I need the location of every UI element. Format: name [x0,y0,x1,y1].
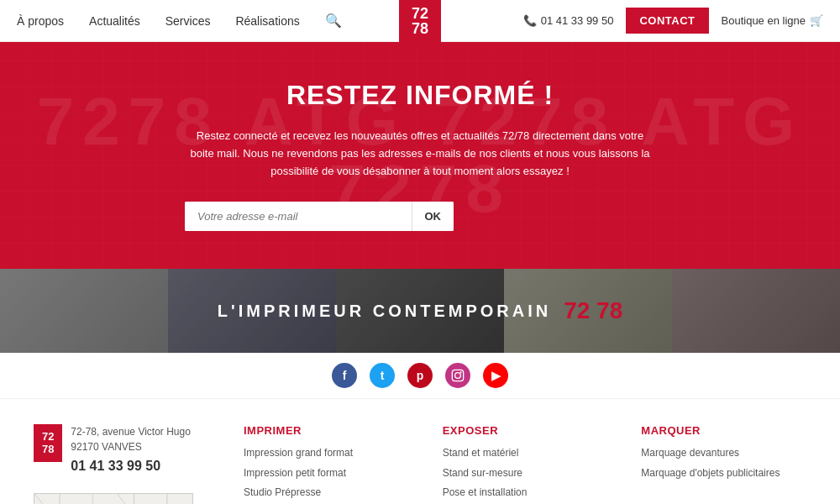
footer-link-impression-grand[interactable]: Impression grand format [244,447,409,460]
footer-link-marquage-devantures[interactable]: Marquage devantures [641,447,806,460]
ok-button[interactable]: OK [412,202,454,231]
instagram-icon[interactable] [445,363,470,388]
footer-col-exposer-title: EXPOSER [443,424,608,437]
strip-logo: 72 78 [564,297,622,324]
footer-logo: 72 78 [34,424,62,462]
search-icon[interactable]: 🔍 [325,13,342,29]
facebook-icon[interactable]: f [332,363,357,388]
nav-item-realisations[interactable]: Réalisations [235,14,299,28]
footer-links: IMPRIMER Impression grand format Impress… [244,424,806,504]
twitter-icon[interactable]: t [370,363,395,388]
main-nav: À propos Actualités Services Réalisation… [17,13,342,29]
hero-section: 7278 ATG 7278 ATG 7278 RESTEZ INFORMÉ ! … [0,42,840,269]
svg-point-1 [455,373,461,379]
svg-rect-0 [452,370,463,381]
hero-description: Restez connecté et recevez les nouveauté… [185,128,655,180]
nav-item-apropos[interactable]: À propos [17,14,64,28]
strip-overlay: L'IMPRIMEUR CONTEMPORAIN 72 78 [0,269,840,353]
footer-link-stand-mesure[interactable]: Stand sur-mesure [443,467,608,480]
footer-link-studio[interactable]: Studio Prépresse [244,486,409,500]
footer-left: 72 78 72-78, avenue Victor Hugo 92170 VA… [34,424,218,504]
footer-address: 72-78, avenue Victor Hugo 92170 VANVES [71,424,218,454]
footer-col-exposer: EXPOSER Stand et matériel Stand sur-mesu… [443,424,608,504]
footer: 72 78 72-78, avenue Victor Hugo 92170 VA… [0,399,840,504]
footer-logo-text: 72 78 [42,431,54,455]
footer-link-stand-materiel[interactable]: Stand et matériel [443,447,608,460]
photo-strip: L'IMPRIMEUR CONTEMPORAIN 72 78 [0,269,840,353]
social-bar: f t p ▶ [0,353,840,399]
footer-link-impression-petit[interactable]: Impression petit format [244,467,409,480]
email-form: OK [185,202,454,231]
strip-text: L'IMPRIMEUR CONTEMPORAIN [218,302,551,321]
footer-col-marquer-title: MARQUER [641,424,806,437]
header-phone: 📞 01 41 33 99 50 [523,14,614,27]
footer-map: PARIS 78 [34,493,193,504]
pinterest-icon[interactable]: p [407,363,433,388]
site-logo[interactable]: 72 78 [399,0,441,42]
footer-col-marquer: MARQUER Marquage devantures Marquage d'o… [641,424,806,504]
logo-text: 72 78 [412,6,428,36]
footer-col-imprimer: IMPRIMER Impression grand format Impress… [244,424,409,504]
hero-content: RESTEZ INFORMÉ ! Restez connecté et rece… [185,80,655,230]
footer-col-imprimer-title: IMPRIMER [244,424,409,437]
footer-link-marquage-objets[interactable]: Marquage d'objets publicitaires [641,467,806,480]
hero-title: RESTEZ INFORMÉ ! [185,80,655,111]
phone-icon: 📞 [523,14,537,27]
contact-button[interactable]: CONTACT [626,8,708,34]
nav-item-services[interactable]: Services [165,14,211,28]
header-right: 📞 01 41 33 99 50 CONTACT Boutique en lig… [523,8,823,34]
footer-link-pose[interactable]: Pose et installation [443,486,608,500]
email-input[interactable] [185,202,412,231]
cart-icon: 🛒 [810,14,823,27]
header: À propos Actualités Services Réalisation… [0,0,840,42]
svg-rect-3 [35,494,192,504]
youtube-icon[interactable]: ▶ [483,363,508,388]
footer-phone: 01 41 33 99 50 [71,459,218,474]
svg-point-2 [460,371,462,373]
nav-item-actualites[interactable]: Actualités [89,14,140,28]
boutique-link[interactable]: Boutique en ligne 🛒 [722,14,823,27]
